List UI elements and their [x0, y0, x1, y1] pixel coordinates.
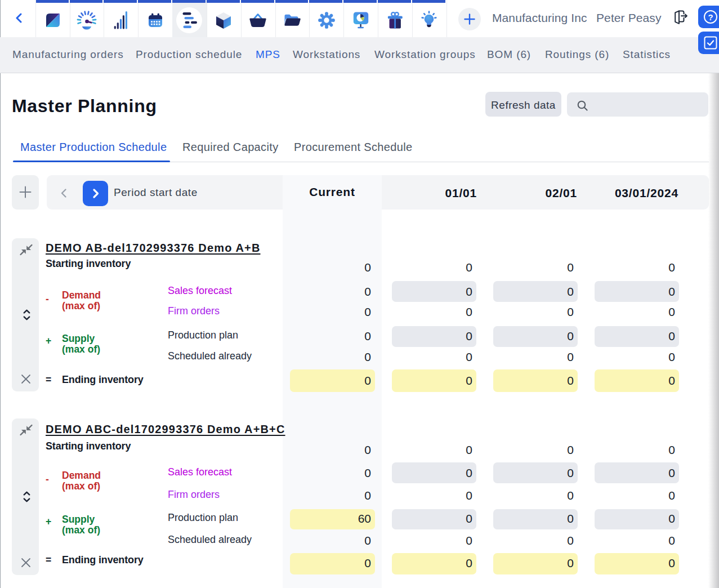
- svg-text:?: ?: [708, 12, 713, 22]
